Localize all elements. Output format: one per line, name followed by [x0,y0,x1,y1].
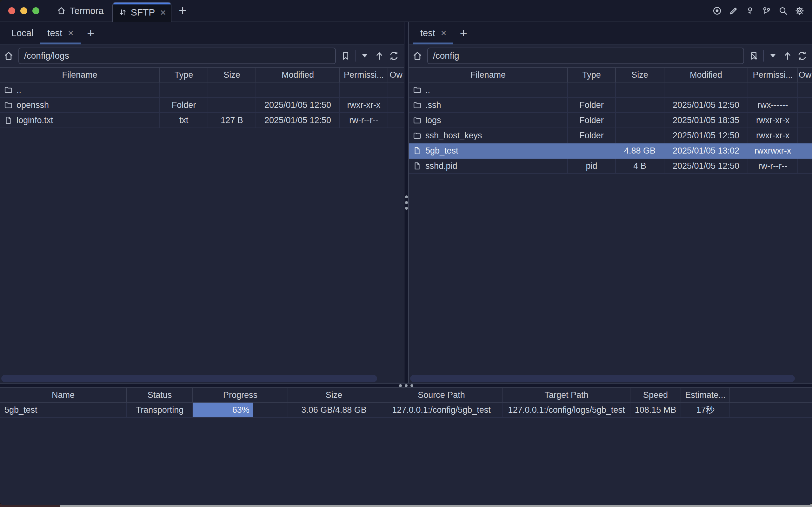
file-size [616,113,664,127]
zoom-window-button[interactable] [33,7,39,14]
column-header-filename[interactable]: Filename [409,68,568,82]
splitter-dot [399,384,402,387]
folder-icon [413,101,422,109]
tab-sftp-close-icon[interactable]: × [160,7,166,17]
file-permissions: rw-r--r-- [748,159,798,173]
settings-icon[interactable] [795,6,804,15]
column-header-type[interactable]: Type [160,68,208,82]
bookmark-icon[interactable] [340,50,351,61]
tab-sftp[interactable]: SFTP × [112,2,171,22]
file-name: .ssh [425,100,441,110]
file-permissions: rwxr-xr-x [748,128,798,143]
parent-directory-icon[interactable] [374,50,385,61]
titlebar: Termora SFTP × + [0,0,812,22]
tab-termora[interactable]: Termora [48,0,112,21]
bookmark-slash-icon[interactable] [749,50,759,61]
table-row[interactable]: .. [409,82,812,98]
table-row[interactable]: sshd.pid pid 4 B 2025/01/05 12:50 rw-r--… [409,159,812,174]
column-header-filename[interactable]: Filename [0,68,160,82]
parent-directory-icon[interactable] [782,50,793,61]
table-row[interactable]: logs Folder 2025/01/05 18:35 rwxr-xr-x [409,113,812,128]
file-permissions [748,82,798,97]
column-header-status[interactable]: Status [127,388,193,402]
home-icon[interactable] [3,50,14,61]
left-tab-test-close-icon[interactable]: × [68,28,74,38]
column-header-source-path[interactable]: Source Path [380,388,503,402]
left-tab-test[interactable]: test × [40,22,80,44]
table-row[interactable]: openssh Folder 2025/01/05 12:50 rwxr-xr-… [0,98,404,113]
left-new-pane-tab-button[interactable]: + [80,22,101,44]
column-header-target-path[interactable]: Target Path [503,388,631,402]
left-pane-tabs: Local test × + [0,22,404,44]
search-icon[interactable] [778,6,788,15]
transfer-row[interactable]: 5gb_test Transporting 63% 3.06 GB/4.88 G… [0,403,812,418]
transfer-source-path: 127.0.0.1:/config/5gb_test [380,403,503,417]
transfer-queue: Name Status Progress Size Source Path Ta… [0,388,812,505]
file-type [568,82,616,97]
column-header-permissions[interactable]: Permissi... [340,68,388,82]
left-path-tools [340,50,400,62]
horizontal-splitter[interactable] [0,383,812,388]
close-window-button[interactable] [8,7,15,14]
column-header-size[interactable]: Size [616,68,664,82]
active-tab-accent [113,3,171,4]
table-row[interactable]: .ssh Folder 2025/01/05 12:50 rwx------ [409,98,812,113]
right-horizontal-scrollbar[interactable] [409,374,812,383]
scrollbar-thumb[interactable] [1,375,377,382]
table-row-selected[interactable]: 5gb_test 4.88 GB 2025/01/05 13:02 rwxrwx… [409,144,812,159]
vertical-splitter[interactable] [404,22,409,383]
bookmark-dropdown-icon[interactable] [359,50,370,61]
file-owner [388,82,404,97]
file-size [208,98,256,112]
refresh-icon[interactable] [388,50,399,61]
file-name: sshd.pid [425,161,457,171]
column-header-permissions[interactable]: Permissi... [748,68,798,82]
key-icon[interactable] [745,6,755,15]
home-icon[interactable] [412,50,423,61]
file-size [616,98,664,112]
record-icon[interactable] [712,6,722,15]
left-path-input[interactable] [18,48,336,64]
refresh-icon[interactable] [797,50,808,61]
table-row[interactable]: ssh_host_keys Folder 2025/01/05 12:50 rw… [409,128,812,144]
folder-icon [413,86,422,94]
file-size [208,82,256,97]
minimize-window-button[interactable] [20,7,27,14]
column-header-modified[interactable]: Modified [256,68,340,82]
bookmark-dropdown-icon[interactable] [767,50,778,61]
folder-icon [4,101,13,109]
right-path-input[interactable] [427,48,744,64]
right-tab-test[interactable]: test × [413,22,453,44]
left-tab-local[interactable]: Local [4,22,40,44]
splitter-dot [405,201,408,204]
active-pane-tab-underline [40,43,80,44]
column-header-name[interactable]: Name [0,388,127,402]
right-tab-test-close-icon[interactable]: × [441,28,447,38]
column-header-size[interactable]: Size [288,388,380,402]
keychain-icon[interactable] [762,6,771,15]
home-icon [56,6,66,15]
remote-pane: test × + [409,22,812,383]
scrollbar-thumb[interactable] [410,375,795,382]
column-header-owner[interactable]: Ow [388,68,404,82]
file-permissions: rwx------ [748,98,798,112]
splitter-dot [411,384,413,387]
file-modified [664,82,748,97]
table-row[interactable]: .. [0,82,404,98]
new-main-tab-button[interactable]: + [171,0,194,21]
column-header-estimate[interactable]: Estimate... [681,388,730,402]
file-size: 127 B [208,113,256,127]
edit-icon[interactable] [729,6,738,15]
transfer-blank [730,403,812,417]
left-horizontal-scrollbar[interactable] [0,374,404,383]
right-new-pane-tab-button[interactable]: + [453,22,474,44]
column-header-owner[interactable]: Ow [798,68,812,82]
column-header-progress[interactable]: Progress [193,388,288,402]
column-header-modified[interactable]: Modified [664,68,748,82]
column-header-type[interactable]: Type [568,68,616,82]
file-owner [798,128,812,143]
right-table-empty-area [409,174,812,374]
column-header-size[interactable]: Size [208,68,256,82]
table-row[interactable]: loginfo.txt txt 127 B 2025/01/05 12:50 r… [0,113,404,128]
column-header-speed[interactable]: Speed [631,388,681,402]
